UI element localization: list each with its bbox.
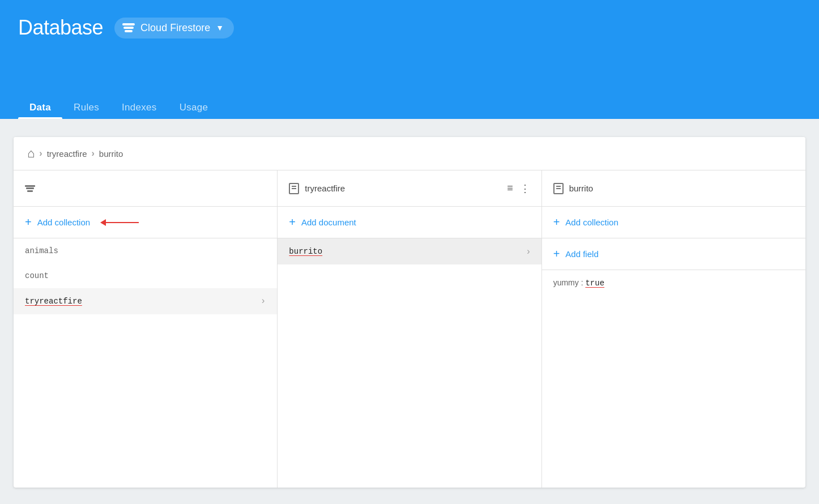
list-item-animals[interactable]: animals <box>14 238 277 263</box>
column-collections: + Add collection animals count tryreactf… <box>14 170 278 488</box>
col2-actions: ≡ ⋮ <box>507 182 530 195</box>
breadcrumb-item-1[interactable]: tryreactfire <box>47 149 87 159</box>
list-item-count[interactable]: count <box>14 263 277 288</box>
firestore-icon <box>122 23 135 32</box>
breadcrumb-item-2[interactable]: burrito <box>99 149 123 159</box>
col1-header <box>14 170 277 207</box>
add-collection-button-col1[interactable]: + Add collection <box>14 207 277 238</box>
more-vert-icon[interactable]: ⋮ <box>520 182 530 195</box>
plus-icon-field: + <box>553 247 560 260</box>
add-document-button[interactable]: + Add document <box>278 207 541 238</box>
main-content: ⌂ › tryreactfire › burrito + Add coll <box>0 119 819 504</box>
field-key: yummy : <box>553 278 586 287</box>
tab-data[interactable]: Data <box>18 96 62 119</box>
field-area: yummy : true <box>542 270 805 296</box>
column-documents: tryreactfire ≡ ⋮ + Add document burrito … <box>278 170 541 488</box>
tab-indexes[interactable]: Indexes <box>110 96 168 119</box>
add-collection-button-col3[interactable]: + Add collection <box>542 207 805 238</box>
col3-header: burrito <box>542 170 805 207</box>
home-icon[interactable]: ⌂ <box>27 146 35 161</box>
tab-rules[interactable]: Rules <box>62 96 110 119</box>
add-field-label: Add field <box>565 249 598 259</box>
app-title: Database <box>18 16 103 40</box>
breadcrumb-sep-2: › <box>91 148 94 159</box>
col2-title: tryreactfire <box>305 183 345 193</box>
field-row-yummy: yummy : true <box>553 278 794 288</box>
database-stack-icon <box>25 185 35 192</box>
plus-icon-col3: + <box>553 216 560 229</box>
add-collection-label-col1: Add collection <box>37 217 90 227</box>
nav-tabs: Data Rules Indexes Usage <box>18 74 801 119</box>
doc-item-text: burrito <box>289 247 322 256</box>
app-header: Database Cloud Firestore ▼ Data Rules In… <box>0 0 819 119</box>
breadcrumb: ⌂ › tryreactfire › burrito <box>14 137 805 170</box>
service-name: Cloud Firestore <box>140 22 210 34</box>
red-arrow <box>105 222 139 223</box>
chevron-right-icon-col2: › <box>527 246 530 257</box>
columns: + Add collection animals count tryreactf… <box>14 170 805 488</box>
add-field-button[interactable]: + Add field <box>542 238 805 270</box>
add-document-label: Add document <box>301 217 356 227</box>
list-item-tryreactfire[interactable]: tryreactfire › <box>14 288 277 314</box>
tab-usage[interactable]: Usage <box>168 96 220 119</box>
plus-icon-col1: + <box>25 216 32 229</box>
panel-container: ⌂ › tryreactfire › burrito + Add coll <box>14 137 805 488</box>
document-icon-col3 <box>553 183 564 194</box>
filter-icon[interactable]: ≡ <box>507 182 513 194</box>
list-item-text: tryreactfire <box>25 297 82 306</box>
document-icon-col2 <box>289 183 299 194</box>
field-value: true <box>585 279 604 288</box>
col3-title: burrito <box>569 183 594 193</box>
add-collection-label-col3: Add collection <box>565 217 618 227</box>
chevron-down-icon: ▼ <box>216 23 224 32</box>
chevron-right-icon-col1: › <box>261 296 266 306</box>
plus-icon-col2: + <box>289 216 296 229</box>
arrow-indicator <box>105 222 139 223</box>
doc-item-burrito[interactable]: burrito › <box>278 238 541 264</box>
breadcrumb-sep-1: › <box>39 148 42 159</box>
column-fields: burrito + Add collection + Add field yum… <box>542 170 805 488</box>
service-selector[interactable]: Cloud Firestore ▼ <box>114 18 234 39</box>
col2-header: tryreactfire ≡ ⋮ <box>278 170 541 207</box>
header-top: Database Cloud Firestore ▼ <box>18 0 801 40</box>
